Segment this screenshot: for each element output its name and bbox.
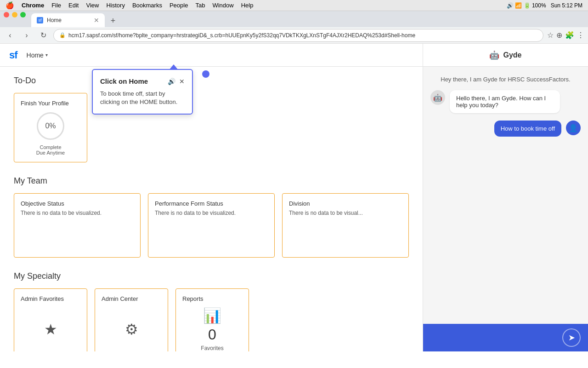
progress-unit: % xyxy=(49,122,56,130)
admin-center-card[interactable]: Admin Center ⚙ xyxy=(95,288,168,351)
page-content: To-Do Finish Your Profile 0% Complete Du… xyxy=(0,67,423,351)
chat-header: 🤖 Gyde xyxy=(423,44,588,67)
mac-menu-bar: 🍎 Chrome File Edit View History Bookmark… xyxy=(0,0,588,11)
url-text: hcm17.sapsf.com/sf/home?bplte_company=hr… xyxy=(68,32,537,39)
home-nav[interactable]: Home ▾ xyxy=(27,52,48,59)
send-button[interactable]: ➤ xyxy=(562,328,581,347)
star-icon: ★ xyxy=(44,321,57,338)
user-message-row: 👤 How to book time off xyxy=(430,121,581,137)
bot-message-row: 🤖 Hello there, I am Gyde. How can I help… xyxy=(430,90,581,113)
address-bar: ‹ › ↻ 🔒 hcm17.sapsf.com/sf/home?bplte_co… xyxy=(0,27,588,44)
chat-footer: ➤ xyxy=(423,324,588,351)
objective-status-text: There is no data to be visualized. xyxy=(21,210,134,216)
tooltip-arrow xyxy=(169,64,178,70)
finish-profile-card[interactable]: Finish Your Profile 0% Complete Due Anyt… xyxy=(14,93,87,162)
tab-bar: sf Home ✕ + xyxy=(0,11,588,27)
team-cards: Objective Status There is no data to be … xyxy=(14,193,409,258)
ssl-icon: 🔒 xyxy=(59,32,66,38)
menu-window[interactable]: Window xyxy=(212,2,233,9)
home-nav-label: Home xyxy=(27,52,44,59)
maximize-window-button[interactable] xyxy=(20,12,26,17)
back-button[interactable]: ‹ xyxy=(4,29,17,42)
tooltip-box: Click on Home 🔊 ✕ To book time off, star… xyxy=(92,69,193,115)
performance-form-card[interactable]: Performance Form Status There is no data… xyxy=(148,193,275,258)
close-window-button[interactable] xyxy=(4,12,9,17)
my-team-section: My Team Objective Status There is no dat… xyxy=(14,176,409,258)
tooltip-close-icon[interactable]: ✕ xyxy=(179,78,185,85)
division-text: There is no data to be visual... xyxy=(289,210,402,216)
todo-section: To-Do Finish Your Profile 0% Complete Du… xyxy=(14,76,409,162)
reports-label: Favorites xyxy=(201,345,223,351)
tooltip-body: To book time off, start by clicking on t… xyxy=(100,90,185,106)
menu-file[interactable]: File xyxy=(51,2,61,9)
menu-tab[interactable]: Tab xyxy=(195,2,205,9)
objective-status-card[interactable]: Objective Status There is no data to be … xyxy=(14,193,141,258)
division-card[interactable]: Division There is no data to be visual..… xyxy=(282,193,409,258)
my-specialty-section: My Specialty Admin Favorites ★ Admin Cen… xyxy=(14,271,409,351)
chat-welcome-message: Hey there, I am Gyde for HRSC SuccessFac… xyxy=(430,76,581,83)
admin-center-title: Admin Center xyxy=(102,295,138,302)
progress-value: 0 xyxy=(45,122,49,130)
finish-profile-card-title: Finish Your Profile xyxy=(21,100,80,107)
card-footer-line2: Due Anytime xyxy=(21,150,80,155)
reports-icon: 📊 xyxy=(203,307,221,324)
main-layout: sf Home ▾ Click on Home 🔊 ✕ To book time… xyxy=(0,44,588,351)
menu-edit[interactable]: Edit xyxy=(68,2,79,9)
sap-logo: sf xyxy=(9,49,17,61)
browser-tab-home[interactable]: sf Home ✕ xyxy=(31,13,105,27)
admin-favorites-card[interactable]: Admin Favorites ★ xyxy=(14,288,87,351)
tooltip-sound-icon[interactable]: 🔊 xyxy=(168,78,175,85)
tab-close-button[interactable]: ✕ xyxy=(94,17,99,24)
new-tab-button[interactable]: + xyxy=(107,14,119,27)
menu-help[interactable]: Help xyxy=(241,2,254,9)
division-title: Division xyxy=(289,200,402,207)
minimize-window-button[interactable] xyxy=(12,12,17,17)
objective-status-title: Objective Status xyxy=(21,200,134,207)
tab-title: Home xyxy=(47,17,90,23)
nav-dot-indicator xyxy=(202,70,209,78)
my-specialty-section-title: My Specialty xyxy=(14,271,409,281)
todo-section-title: To-Do xyxy=(14,76,409,86)
mac-status-icons: 🔊 📶 🔋 100% xyxy=(507,2,546,9)
gear-icon: ⚙ xyxy=(125,321,138,338)
content-area: sf Home ▾ Click on Home 🔊 ✕ To book time… xyxy=(0,44,423,351)
bot-bubble: Hello there, I am Gyde. How can I help y… xyxy=(450,90,560,113)
reports-card[interactable]: Reports 📊 0 Favorites xyxy=(175,288,249,351)
bookmark-icon[interactable]: ☆ xyxy=(547,31,554,40)
gyde-icon: 🤖 xyxy=(489,50,499,60)
admin-favorites-content: ★ xyxy=(44,302,57,351)
menu-people[interactable]: People xyxy=(170,2,188,9)
card-footer: Complete Due Anytime xyxy=(21,144,80,155)
menu-bookmarks[interactable]: Bookmarks xyxy=(132,2,162,9)
chat-panel: 🤖 Gyde Hey there, I am Gyde for HRSC Suc… xyxy=(423,44,588,351)
performance-form-text: There is no data to be visualized. xyxy=(155,210,268,216)
window-controls[interactable] xyxy=(4,12,26,17)
app-name: Chrome xyxy=(22,2,44,9)
home-nav-chevron: ▾ xyxy=(45,52,48,58)
menu-history[interactable]: History xyxy=(106,2,124,9)
apple-icon: 🍎 xyxy=(6,1,14,10)
profile-icon[interactable]: ⊕ xyxy=(556,31,562,40)
tab-favicon: sf xyxy=(37,17,43,23)
user-bubble: How to book time off xyxy=(494,121,561,137)
user-avatar: 👤 xyxy=(566,121,581,135)
tooltip-controls: 🔊 ✕ xyxy=(168,78,185,85)
chrome-menu-icon[interactable]: ⋮ xyxy=(577,31,584,40)
reports-count: 0 xyxy=(208,326,216,343)
chat-body: Hey there, I am Gyde for HRSC SuccessFac… xyxy=(423,67,588,324)
forward-button[interactable]: › xyxy=(20,29,33,42)
tooltip-title: Click on Home xyxy=(100,77,148,85)
tooltip-header: Click on Home 🔊 ✕ xyxy=(100,77,185,85)
progress-circle: 0% xyxy=(37,112,64,140)
reports-content: 📊 0 Favorites xyxy=(201,302,223,351)
menu-view[interactable]: View xyxy=(86,2,99,9)
performance-form-title: Performance Form Status xyxy=(155,200,268,207)
admin-center-content: ⚙ xyxy=(125,302,138,351)
reports-title: Reports xyxy=(182,295,204,302)
card-footer-line1: Complete xyxy=(21,144,80,150)
url-input[interactable]: 🔒 hcm17.sapsf.com/sf/home?bplte_company=… xyxy=(53,29,543,42)
sap-header: sf Home ▾ xyxy=(0,44,423,67)
extensions-icon[interactable]: 🧩 xyxy=(565,31,574,40)
reload-button[interactable]: ↻ xyxy=(37,29,50,42)
mac-time: Sun 5:12 PM xyxy=(551,2,582,9)
